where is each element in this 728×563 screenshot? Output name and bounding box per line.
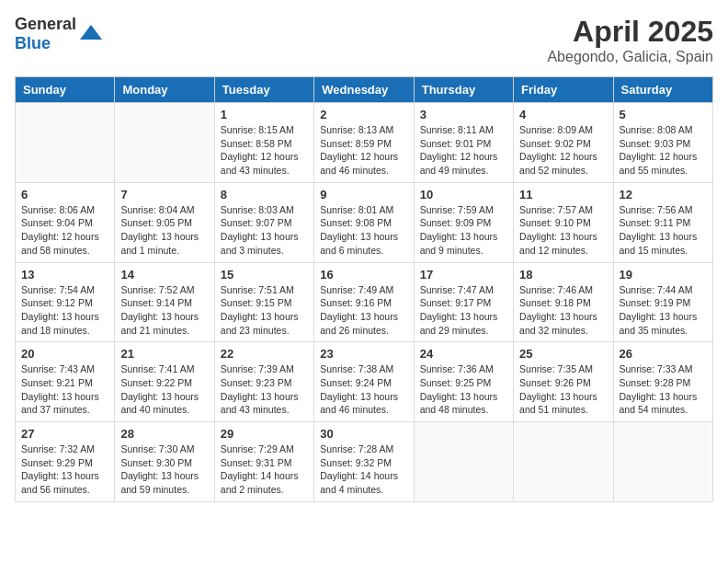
calendar-week-2: 6Sunrise: 8:06 AM Sunset: 9:04 PM Daylig… — [16, 182, 713, 262]
day-detail: Sunrise: 7:29 AM Sunset: 9:31 PM Dayligh… — [221, 442, 308, 497]
calendar-cell: 13Sunrise: 7:54 AM Sunset: 9:12 PM Dayli… — [16, 262, 115, 342]
day-detail: Sunrise: 8:04 AM Sunset: 9:05 PM Dayligh… — [120, 203, 208, 258]
day-detail: Sunrise: 7:32 AM Sunset: 9:29 PM Dayligh… — [21, 442, 108, 497]
calendar-cell: 24Sunrise: 7:36 AM Sunset: 9:25 PM Dayli… — [414, 342, 513, 422]
day-detail: Sunrise: 8:11 AM Sunset: 9:01 PM Dayligh… — [420, 123, 507, 178]
day-number: 3 — [420, 108, 507, 121]
calendar-cell: 2Sunrise: 8:13 AM Sunset: 8:59 PM Daylig… — [314, 103, 414, 183]
calendar-cell: 27Sunrise: 7:32 AM Sunset: 9:29 PM Dayli… — [16, 422, 115, 502]
calendar-cell: 28Sunrise: 7:30 AM Sunset: 9:30 PM Dayli… — [115, 422, 214, 502]
day-detail: Sunrise: 8:01 AM Sunset: 9:08 PM Dayligh… — [320, 203, 407, 258]
day-number: 12 — [620, 188, 707, 201]
day-detail: Sunrise: 8:09 AM Sunset: 9:02 PM Dayligh… — [519, 123, 607, 178]
day-detail: Sunrise: 7:41 AM Sunset: 9:22 PM Dayligh… — [120, 362, 208, 417]
calendar-cell: 9Sunrise: 8:01 AM Sunset: 9:08 PM Daylig… — [314, 182, 414, 262]
day-detail: Sunrise: 7:30 AM Sunset: 9:30 PM Dayligh… — [120, 442, 208, 497]
day-detail: Sunrise: 7:46 AM Sunset: 9:18 PM Dayligh… — [519, 283, 607, 338]
day-number: 27 — [21, 427, 108, 441]
calendar-header: SundayMondayTuesdayWednesdayThursdayFrid… — [16, 77, 713, 103]
logo-blue: Blue — [15, 34, 51, 52]
day-number: 20 — [21, 347, 108, 361]
day-number: 28 — [120, 427, 208, 441]
day-number: 14 — [120, 268, 208, 282]
svg-marker-0 — [80, 25, 102, 40]
day-number: 26 — [620, 347, 707, 361]
day-number: 19 — [620, 268, 707, 282]
day-number: 11 — [519, 188, 607, 201]
day-number: 24 — [420, 347, 507, 361]
calendar-body: 1Sunrise: 8:15 AM Sunset: 8:58 PM Daylig… — [16, 103, 713, 502]
calendar-cell — [514, 422, 613, 502]
day-number: 1 — [221, 108, 308, 121]
day-detail: Sunrise: 8:06 AM Sunset: 9:04 PM Dayligh… — [21, 203, 108, 258]
day-detail: Sunrise: 7:49 AM Sunset: 9:16 PM Dayligh… — [320, 283, 407, 338]
page-header: General Blue April 2025 Abegondo, Galici… — [15, 15, 713, 65]
day-number: 17 — [420, 268, 507, 282]
title-block: April 2025 Abegondo, Galicia, Spain — [547, 15, 713, 65]
day-number: 9 — [320, 188, 407, 201]
calendar-week-4: 20Sunrise: 7:43 AM Sunset: 9:21 PM Dayli… — [16, 342, 713, 422]
day-detail: Sunrise: 7:28 AM Sunset: 9:32 PM Dayligh… — [320, 442, 407, 497]
day-detail: Sunrise: 7:54 AM Sunset: 9:12 PM Dayligh… — [21, 283, 108, 338]
calendar-cell: 3Sunrise: 8:11 AM Sunset: 9:01 PM Daylig… — [414, 103, 513, 183]
logo-text: General Blue — [15, 15, 76, 53]
calendar-cell: 17Sunrise: 7:47 AM Sunset: 9:17 PM Dayli… — [414, 262, 513, 342]
day-detail: Sunrise: 7:38 AM Sunset: 9:24 PM Dayligh… — [320, 362, 407, 417]
col-header-sunday: Sunday — [16, 77, 115, 103]
col-header-saturday: Saturday — [613, 77, 712, 103]
day-number: 5 — [620, 108, 707, 121]
calendar-cell: 10Sunrise: 7:59 AM Sunset: 9:09 PM Dayli… — [414, 182, 513, 262]
day-detail: Sunrise: 7:57 AM Sunset: 9:10 PM Dayligh… — [519, 203, 607, 258]
day-number: 16 — [320, 268, 407, 282]
calendar-cell: 12Sunrise: 7:56 AM Sunset: 9:11 PM Dayli… — [613, 182, 712, 262]
logo-general: General — [15, 15, 76, 33]
calendar-cell: 11Sunrise: 7:57 AM Sunset: 9:10 PM Dayli… — [514, 182, 613, 262]
day-detail: Sunrise: 7:36 AM Sunset: 9:25 PM Dayligh… — [420, 362, 507, 417]
day-detail: Sunrise: 8:08 AM Sunset: 9:03 PM Dayligh… — [620, 123, 707, 178]
day-detail: Sunrise: 7:51 AM Sunset: 9:15 PM Dayligh… — [221, 283, 308, 338]
calendar-cell: 15Sunrise: 7:51 AM Sunset: 9:15 PM Dayli… — [214, 262, 313, 342]
calendar-week-5: 27Sunrise: 7:32 AM Sunset: 9:29 PM Dayli… — [16, 422, 713, 502]
day-number: 22 — [221, 347, 308, 361]
col-header-tuesday: Tuesday — [214, 77, 313, 103]
calendar-cell: 5Sunrise: 8:08 AM Sunset: 9:03 PM Daylig… — [613, 103, 712, 183]
logo-icon — [78, 21, 104, 47]
calendar-cell: 30Sunrise: 7:28 AM Sunset: 9:32 PM Dayli… — [314, 422, 414, 502]
col-header-monday: Monday — [115, 77, 214, 103]
day-detail: Sunrise: 7:44 AM Sunset: 9:19 PM Dayligh… — [620, 283, 707, 338]
col-header-wednesday: Wednesday — [314, 77, 414, 103]
calendar-cell — [115, 103, 214, 183]
day-number: 30 — [320, 427, 407, 441]
calendar-cell: 26Sunrise: 7:33 AM Sunset: 9:28 PM Dayli… — [613, 342, 712, 422]
calendar-cell: 19Sunrise: 7:44 AM Sunset: 9:19 PM Dayli… — [613, 262, 712, 342]
main-title: April 2025 — [547, 15, 713, 49]
day-detail: Sunrise: 7:59 AM Sunset: 9:09 PM Dayligh… — [420, 203, 507, 258]
day-number: 4 — [519, 108, 607, 121]
day-number: 13 — [21, 268, 108, 282]
calendar-cell — [16, 103, 115, 183]
calendar-week-3: 13Sunrise: 7:54 AM Sunset: 9:12 PM Dayli… — [16, 262, 713, 342]
logo: General Blue — [15, 15, 104, 53]
day-detail: Sunrise: 8:13 AM Sunset: 8:59 PM Dayligh… — [320, 123, 407, 178]
day-number: 10 — [420, 188, 507, 201]
day-detail: Sunrise: 7:39 AM Sunset: 9:23 PM Dayligh… — [221, 362, 308, 417]
day-number: 6 — [21, 188, 108, 201]
calendar-cell: 4Sunrise: 8:09 AM Sunset: 9:02 PM Daylig… — [514, 103, 613, 183]
day-detail: Sunrise: 7:35 AM Sunset: 9:26 PM Dayligh… — [519, 362, 607, 417]
calendar-cell: 25Sunrise: 7:35 AM Sunset: 9:26 PM Dayli… — [514, 342, 613, 422]
calendar-cell: 7Sunrise: 8:04 AM Sunset: 9:05 PM Daylig… — [115, 182, 214, 262]
day-number: 7 — [120, 188, 208, 201]
day-number: 15 — [221, 268, 308, 282]
header-row: SundayMondayTuesdayWednesdayThursdayFrid… — [16, 77, 713, 103]
day-number: 8 — [221, 188, 308, 201]
day-detail: Sunrise: 7:56 AM Sunset: 9:11 PM Dayligh… — [620, 203, 707, 258]
col-header-friday: Friday — [514, 77, 613, 103]
calendar-cell: 14Sunrise: 7:52 AM Sunset: 9:14 PM Dayli… — [115, 262, 214, 342]
calendar-cell: 23Sunrise: 7:38 AM Sunset: 9:24 PM Dayli… — [314, 342, 414, 422]
calendar-week-1: 1Sunrise: 8:15 AM Sunset: 8:58 PM Daylig… — [16, 103, 713, 183]
day-number: 25 — [519, 347, 607, 361]
day-detail: Sunrise: 7:43 AM Sunset: 9:21 PM Dayligh… — [21, 362, 108, 417]
calendar-cell: 8Sunrise: 8:03 AM Sunset: 9:07 PM Daylig… — [214, 182, 313, 262]
day-number: 2 — [320, 108, 407, 121]
day-number: 23 — [320, 347, 407, 361]
